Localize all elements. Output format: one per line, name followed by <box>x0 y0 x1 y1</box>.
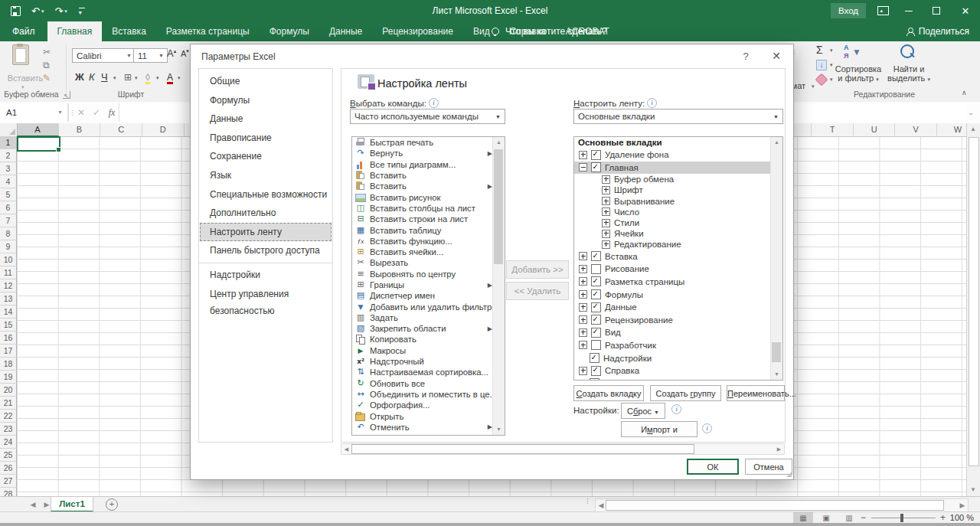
zoom-level[interactable]: 100 % <box>950 512 974 524</box>
cancel-button[interactable]: Отмена <box>745 459 792 475</box>
italic-button[interactable]: К <box>89 71 95 83</box>
name-box[interactable]: A1 ▼ <box>0 103 69 122</box>
normal-view-icon[interactable]: ▦ <box>793 512 813 524</box>
borders-dropdown-icon[interactable]: ▾ <box>135 75 138 81</box>
dialog-close-icon[interactable]: ✕ <box>766 47 786 65</box>
collapse-ribbon-icon[interactable]: ∧ <box>962 89 967 96</box>
command-item[interactable]: Выровнять по центру <box>352 269 495 279</box>
zoom-slider-track[interactable] <box>871 518 936 518</box>
vertical-scroll-thumb[interactable] <box>969 137 979 466</box>
underline-dropdown-icon[interactable]: ▾ <box>113 75 116 81</box>
command-item[interactable]: Макросы <box>352 345 495 356</box>
tree-item[interactable]: Число <box>574 207 772 217</box>
column-header[interactable]: U <box>854 123 896 136</box>
ribbon-tab[interactable]: Данные <box>319 21 372 41</box>
row-header[interactable]: 28 <box>0 488 17 496</box>
checkbox[interactable] <box>591 302 601 312</box>
font-color-icon[interactable]: А <box>167 73 173 84</box>
tree-item[interactable]: Рисование <box>574 263 772 276</box>
expand-icon[interactable] <box>602 197 610 205</box>
row-header[interactable]: 9 <box>0 240 17 253</box>
checkbox[interactable] <box>591 366 601 376</box>
command-item[interactable]: Отправить по электронной по... <box>352 433 495 436</box>
row-header[interactable]: 7 <box>0 214 17 227</box>
format-painter-icon[interactable]: ✎ <box>43 74 51 83</box>
grow-font-button[interactable]: А▴ <box>167 47 176 59</box>
tree-item[interactable]: Вставка <box>574 250 772 263</box>
checkbox[interactable] <box>591 150 601 160</box>
fill-color-icon[interactable]: ◊ <box>145 73 150 84</box>
row-header[interactable]: 16 <box>0 332 17 345</box>
tree-item[interactable]: Формулы <box>574 288 772 301</box>
commands-listbox[interactable]: Быстрая печатьВернуть▶Все типы диаграмм.… <box>351 136 505 436</box>
command-item[interactable]: Закрепить области▶ <box>352 323 495 334</box>
fill-dropdown-icon[interactable]: ▾ <box>830 62 833 68</box>
tree-item[interactable]: Рецензирование <box>574 313 772 326</box>
scroll-up-icon[interactable]: ▲ <box>967 123 979 136</box>
command-item[interactable]: Вставить столбцы на лист <box>352 203 495 214</box>
copy-icon[interactable]: ⧉ <box>43 60 50 70</box>
command-item[interactable]: Быстрая печать <box>352 137 495 148</box>
borders-icon[interactable]: ⊞ <box>124 73 132 82</box>
tree-item[interactable]: Надстройки <box>574 351 772 364</box>
nav-item[interactable]: Панель быстрого доступа <box>200 241 332 260</box>
expand-icon[interactable] <box>602 230 610 238</box>
command-item[interactable]: Вернуть▶ <box>352 148 495 158</box>
tree-item[interactable]: Ячейки <box>574 228 772 239</box>
expand-icon[interactable] <box>579 367 587 375</box>
tab-file[interactable]: Файл <box>0 21 47 41</box>
ribbon-tab[interactable]: Главная <box>47 21 103 41</box>
tree-scrollbar[interactable]: ▲ ▼ <box>770 137 782 380</box>
tree-item[interactable]: Удаление фона <box>574 149 772 162</box>
row-header[interactable]: 4 <box>0 175 17 188</box>
column-header[interactable]: D <box>142 123 185 136</box>
ribbon-display-options-icon[interactable] <box>870 0 896 21</box>
command-item[interactable]: Открыть <box>352 410 495 421</box>
find-select-button[interactable]: Найти и выделить ▾ <box>885 64 933 83</box>
command-item[interactable]: Орфография... <box>352 400 495 410</box>
command-item[interactable]: Вставить рисунок <box>352 191 495 202</box>
nav-item[interactable]: Дополнительно <box>200 204 332 223</box>
command-item[interactable]: Вырезать <box>352 257 495 268</box>
new-sheet-button[interactable]: + <box>106 498 118 511</box>
tree-item[interactable]: Редактирование <box>574 239 772 250</box>
customize-ribbon-combo[interactable]: Основные вкладки▼ <box>573 109 783 124</box>
nav-item[interactable]: Язык <box>200 166 332 185</box>
clear-dropdown-icon[interactable]: ▾ <box>830 77 833 83</box>
tree-item[interactable]: Главная <box>574 162 772 175</box>
tree-item[interactable]: Справка <box>574 364 772 377</box>
nav-item[interactable]: Формулы <box>200 91 332 110</box>
expand-icon[interactable] <box>579 277 587 286</box>
font-size-combo[interactable]: 11▼ <box>133 48 168 63</box>
collapse-icon[interactable] <box>579 163 587 172</box>
new-group-button[interactable]: Создать группу <box>650 385 721 401</box>
horizontal-scroll-thumb[interactable] <box>606 500 944 511</box>
expand-icon[interactable] <box>602 240 610 249</box>
tree-item[interactable]: Вид <box>574 326 772 339</box>
checkbox[interactable] <box>591 276 601 286</box>
paste-button[interactable]: Вставить <box>3 74 47 83</box>
tab-scrollbar-splitter[interactable]: ⋮ <box>584 499 586 510</box>
fill-down-icon[interactable]: ↓ <box>816 60 827 70</box>
row-header[interactable]: 23 <box>0 423 17 436</box>
checkbox[interactable] <box>591 289 601 299</box>
checkbox[interactable] <box>590 353 599 363</box>
nav-item[interactable]: Общие <box>200 72 332 91</box>
expand-icon[interactable] <box>579 151 587 159</box>
row-header[interactable]: 26 <box>0 462 17 475</box>
scroll-right-icon[interactable]: ▶ <box>774 444 784 454</box>
cut-icon[interactable]: ✂ <box>43 47 51 57</box>
new-tab-button[interactable]: Создать вкладку <box>573 385 644 401</box>
name-box-dropdown-icon[interactable]: ▼ <box>57 103 63 122</box>
font-name-combo[interactable]: Calibri▼ <box>72 48 136 63</box>
share-button[interactable]: Поделиться <box>906 21 969 41</box>
command-item[interactable]: Вставить функцию... <box>352 236 495 247</box>
column-header[interactable]: T <box>812 123 854 136</box>
command-item[interactable]: Настраиваемая сортировка... <box>352 367 495 377</box>
command-item[interactable]: Отменить▶ <box>352 422 495 433</box>
rename-button[interactable]: Переименовать... <box>727 385 785 401</box>
tabs-tree-listbox[interactable]: Основные вкладкиУдаление фонаГлавнаяБуфе… <box>573 136 783 381</box>
zoom-in-icon[interactable]: + <box>940 512 946 524</box>
row-header[interactable]: 24 <box>0 436 17 449</box>
row-header[interactable]: 27 <box>0 475 17 488</box>
